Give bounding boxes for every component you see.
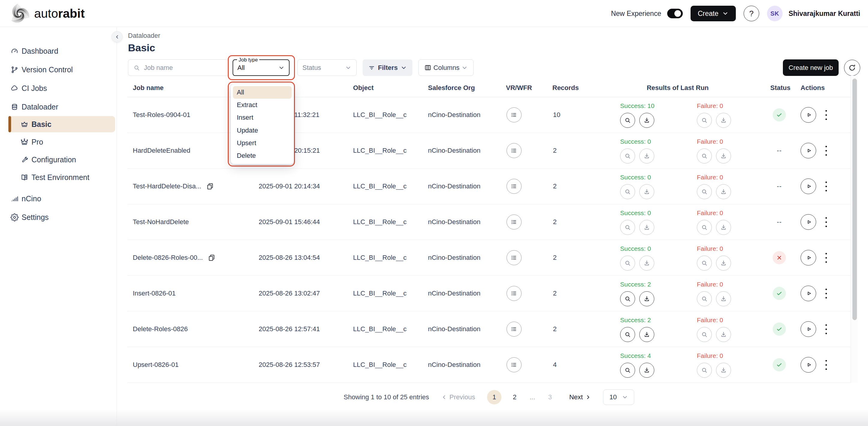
view-results-button[interactable] xyxy=(697,327,712,342)
status-filter-select[interactable]: Status xyxy=(297,59,357,76)
sidebar-item-configuration[interactable]: Configuration xyxy=(0,151,117,169)
table-row: Test-NoHardDelete 2025-09-01 15:46:44 LL… xyxy=(127,204,850,240)
sidebar-item-ncino[interactable]: nCino xyxy=(0,189,117,208)
sidebar-collapse-button[interactable] xyxy=(112,31,123,42)
job-type-option-delete[interactable]: Delete xyxy=(233,149,291,162)
vr-wfr-button[interactable] xyxy=(506,357,522,372)
view-results-button[interactable] xyxy=(697,220,712,235)
view-results-button[interactable] xyxy=(697,184,712,199)
view-results-button[interactable] xyxy=(697,363,712,378)
view-results-button[interactable] xyxy=(697,291,712,306)
download-results-button[interactable] xyxy=(639,327,654,342)
download-results-button[interactable] xyxy=(716,113,731,128)
download-results-button[interactable] xyxy=(639,220,654,235)
breadcrumb[interactable]: Dataloader xyxy=(128,32,160,39)
run-job-button[interactable] xyxy=(801,286,816,301)
view-results-button[interactable] xyxy=(697,148,712,164)
copy-icon[interactable] xyxy=(208,254,216,262)
sidebar-item-basic[interactable]: Basic xyxy=(8,116,115,132)
new-experience-toggle[interactable] xyxy=(667,9,683,18)
run-job-button[interactable] xyxy=(801,143,816,159)
vr-wfr-button[interactable] xyxy=(506,286,522,301)
sidebar-item-version-control[interactable]: Version Control xyxy=(0,60,117,79)
sidebar-item-dataloader[interactable]: Dataloader xyxy=(0,97,117,116)
download-results-button[interactable] xyxy=(639,256,654,271)
page-button-2[interactable]: 2 xyxy=(507,390,522,404)
download-results-button[interactable] xyxy=(716,291,731,306)
avatar[interactable]: SK xyxy=(767,6,782,21)
view-results-button[interactable] xyxy=(620,291,635,306)
more-actions-button[interactable] xyxy=(824,323,828,335)
view-results-button[interactable] xyxy=(620,220,635,235)
job-type-option-upsert[interactable]: Upsert xyxy=(233,137,291,149)
view-results-button[interactable] xyxy=(620,113,635,128)
previous-page-button[interactable]: Previous xyxy=(441,393,475,401)
job-type-select[interactable]: Job type All xyxy=(232,59,289,76)
download-results-button[interactable] xyxy=(716,363,731,378)
vr-wfr-button[interactable] xyxy=(506,143,522,158)
run-job-button[interactable] xyxy=(801,250,816,265)
download-results-button[interactable] xyxy=(716,256,731,271)
more-actions-button[interactable] xyxy=(824,287,828,300)
scrollbar-thumb[interactable] xyxy=(852,79,857,320)
run-job-button[interactable] xyxy=(801,178,816,194)
download-results-button[interactable] xyxy=(716,184,731,199)
job-name-text: Upsert-0826-01 xyxy=(133,361,179,369)
job-type-option-extract[interactable]: Extract xyxy=(233,99,291,111)
vr-wfr-button[interactable] xyxy=(506,321,522,337)
copy-icon[interactable] xyxy=(206,182,214,190)
download-results-button[interactable] xyxy=(716,148,731,164)
vr-wfr-button[interactable] xyxy=(506,179,522,194)
page-button-3[interactable]: 3 xyxy=(543,390,557,404)
chevron-right-icon xyxy=(585,394,591,400)
download-results-button[interactable] xyxy=(639,184,654,199)
sidebar-item-settings[interactable]: Settings xyxy=(0,208,117,227)
download-results-button[interactable] xyxy=(639,291,654,306)
pagination-footer: Showing 1 to 10 of 25 entries Previous 1… xyxy=(127,383,850,411)
view-results-button[interactable] xyxy=(620,184,635,199)
run-job-button[interactable] xyxy=(801,321,816,337)
create-button[interactable]: Create xyxy=(690,6,736,21)
vr-wfr-button[interactable] xyxy=(506,107,522,122)
download-results-button[interactable] xyxy=(639,113,654,128)
more-actions-button[interactable] xyxy=(824,252,828,264)
help-button[interactable]: ? xyxy=(744,6,759,21)
columns-icon xyxy=(424,64,432,72)
run-job-button[interactable] xyxy=(801,214,816,230)
view-results-button[interactable] xyxy=(620,363,635,378)
view-results-button[interactable] xyxy=(620,256,635,271)
vr-wfr-button[interactable] xyxy=(506,215,522,229)
page-button-1[interactable]: 1 xyxy=(487,390,501,404)
page-size-select[interactable]: 10 xyxy=(603,389,634,405)
view-results-button[interactable] xyxy=(620,327,635,342)
view-results-button[interactable] xyxy=(620,148,635,164)
run-job-button[interactable] xyxy=(801,107,816,123)
download-results-button[interactable] xyxy=(639,148,654,164)
job-type-option-all[interactable]: All xyxy=(233,86,291,99)
more-actions-button[interactable] xyxy=(824,359,828,371)
create-new-job-button[interactable]: Create new job xyxy=(783,59,839,76)
more-actions-button[interactable] xyxy=(824,145,828,157)
vr-wfr-button[interactable] xyxy=(506,250,522,265)
download-results-button[interactable] xyxy=(639,363,654,378)
download-results-button[interactable] xyxy=(716,220,731,235)
sidebar-item-dashboard[interactable]: Dashboard xyxy=(0,42,117,60)
filters-button[interactable]: Filters xyxy=(363,59,412,76)
download-results-button[interactable] xyxy=(716,327,731,342)
refresh-button[interactable] xyxy=(844,60,860,76)
next-page-button[interactable]: Next xyxy=(569,393,591,401)
sidebar-item-test-environment[interactable]: Test Environment xyxy=(0,169,117,186)
sidebar-item-ci-jobs[interactable]: CI Jobs xyxy=(0,79,117,97)
columns-button[interactable]: Columns xyxy=(418,59,473,76)
job-type-option-insert[interactable]: Insert xyxy=(233,111,291,124)
sidebar-item-pro[interactable]: Pro xyxy=(0,133,117,151)
more-actions-button[interactable] xyxy=(824,180,828,193)
more-actions-button[interactable] xyxy=(824,109,828,121)
view-results-button[interactable] xyxy=(697,256,712,271)
view-results-button[interactable] xyxy=(697,113,712,128)
run-job-button[interactable] xyxy=(801,357,816,373)
more-actions-button[interactable] xyxy=(824,216,828,228)
job-name-search-input[interactable]: Job name xyxy=(128,59,229,76)
job-type-option-update[interactable]: Update xyxy=(233,124,291,137)
vertical-scrollbar[interactable] xyxy=(850,76,858,383)
